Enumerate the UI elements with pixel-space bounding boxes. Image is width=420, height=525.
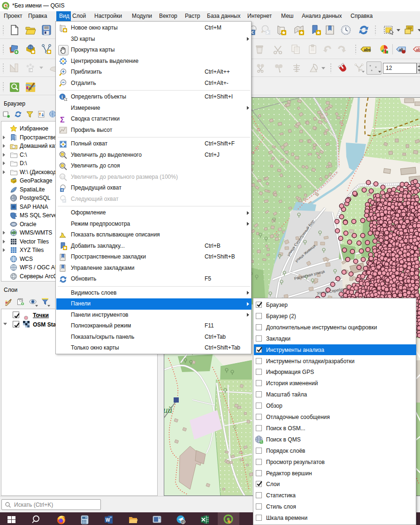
svg-text:abc: abc [416, 47, 420, 52]
svg-text:abc: abc [364, 47, 371, 52]
svg-text:ий: ий [164, 405, 173, 415]
svg-text:1:1: 1:1 [61, 175, 65, 178]
svg-text:W: W [106, 517, 110, 523]
svg-text:1: 1 [182, 520, 184, 524]
svg-text:i: i [61, 94, 63, 99]
svg-text:Σ: Σ [60, 115, 65, 123]
